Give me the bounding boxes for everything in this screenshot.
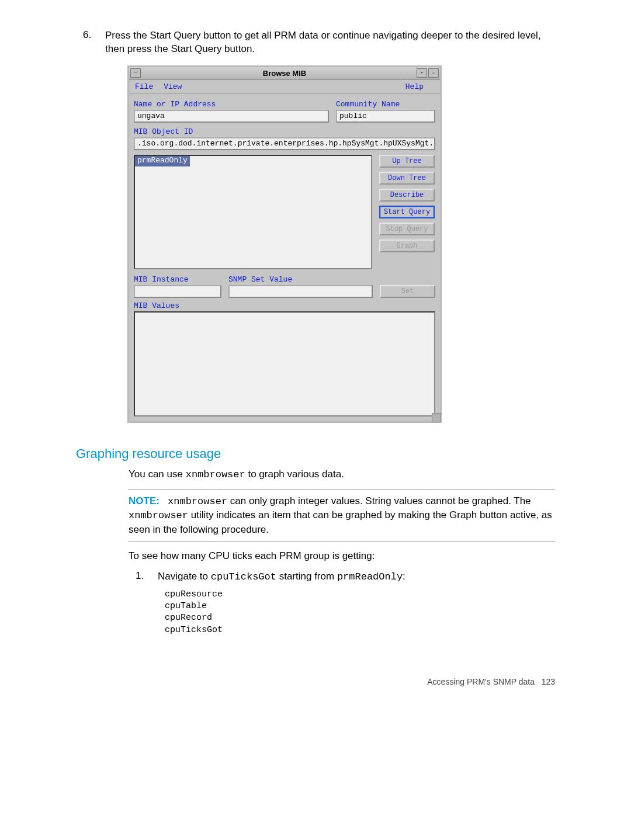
para-2: To see how many CPU ticks each PRM group… (76, 549, 555, 563)
step-6: 6. Press the Start Query button to get a… (76, 29, 555, 56)
mib-object-input[interactable]: .iso.org.dod.internet.private.enterprise… (134, 137, 435, 150)
community-value: public (339, 112, 367, 120)
up-tree-label: Up Tree (392, 157, 421, 165)
step1-b: starting from (276, 571, 337, 582)
window-body: Name or IP Address ungava Community Name… (129, 94, 440, 421)
step1-sub: cpuResource cpuTable cpuRecord cpuTicksG… (158, 589, 555, 636)
label-community: Community Name (336, 100, 435, 109)
footer-text: Accessing PRM's SNMP data (427, 677, 535, 686)
stop-query-button: Stop Query (379, 223, 435, 235)
name-ip-input[interactable]: ungava (134, 110, 329, 123)
stop-query-label: Stop Query (386, 225, 428, 233)
note-body-a: can only graph integer values. String va… (227, 495, 531, 506)
menu-help[interactable]: Help (405, 82, 424, 91)
step-number: 6. (83, 29, 91, 41)
label-mib-instance: MIB Instance (134, 275, 221, 284)
page-footer: Accessing PRM's SNMP data 123 (76, 677, 555, 686)
window-menu-glyph: — (134, 70, 137, 76)
menu-view[interactable]: View (164, 82, 182, 91)
label-name-ip: Name or IP Address (134, 100, 329, 109)
graph-button: Graph (379, 239, 435, 252)
mib-instance-input[interactable] (134, 285, 221, 298)
step1-code1: cpuTicksGot (211, 571, 276, 582)
describe-button[interactable]: Describe (379, 189, 435, 202)
maximize-glyph: ▵ (432, 70, 435, 76)
browse-mib-window: — Browse MIB ▾ ▵ File View Help Name or … (127, 65, 442, 423)
footer-page: 123 (542, 677, 555, 686)
step1-text: Navigate to cpuTicksGot starting from pr… (158, 570, 555, 584)
note-label: NOTE: (129, 495, 160, 506)
describe-label: Describe (390, 191, 424, 199)
note-code2: xnmbrowser (129, 510, 188, 521)
start-query-button[interactable]: Start Query (379, 206, 435, 218)
section-heading: Graphing resource usage (76, 446, 555, 461)
para-1: You can use xnmbrowser to graph various … (76, 467, 555, 482)
mib-object-value: .iso.org.dod.internet.private.enterprise… (137, 139, 435, 148)
down-tree-button[interactable]: Down Tree (379, 172, 435, 185)
para1-code: xnmbrowser (186, 469, 245, 480)
note-body-b: utility indicates an item that can be gr… (129, 509, 552, 535)
step1-number: 1. (136, 570, 144, 582)
note-box: NOTE: xnmbrowser can only graph integer … (129, 489, 555, 542)
label-mib-values: MIB Values (134, 301, 435, 310)
para1-b: to graph various data. (245, 468, 344, 480)
start-query-label: Start Query (384, 208, 430, 216)
note-code1: xnmbrowser (168, 496, 227, 507)
snmp-set-input[interactable] (228, 285, 373, 298)
graph-label: Graph (396, 242, 417, 250)
para1-a: You can use (129, 468, 186, 480)
down-tree-label: Down Tree (388, 174, 426, 182)
window-menu-icon[interactable]: — (130, 68, 141, 78)
minimize-glyph: ▾ (420, 70, 423, 76)
maximize-icon[interactable]: ▵ (428, 68, 439, 78)
window-title: Browse MIB (263, 69, 306, 78)
list-item-prmreadonly[interactable]: prmReadOnly (135, 156, 190, 166)
step-text: Press the Start Query button to get all … (105, 29, 555, 56)
titlebar: — Browse MIB ▾ ▵ (129, 67, 440, 80)
step1-code2: prmReadOnly (337, 571, 403, 582)
resize-grip-icon[interactable] (432, 413, 441, 422)
mib-values-textarea[interactable] (134, 311, 435, 416)
label-snmp-set: SNMP Set Value (228, 275, 373, 284)
step1-c: : (403, 571, 405, 582)
object-list[interactable]: prmReadOnly (134, 155, 372, 269)
set-button: Set (380, 285, 435, 298)
community-input[interactable]: public (336, 110, 435, 123)
menubar: File View Help (129, 80, 440, 94)
label-mib-object: MIB Object ID (134, 127, 435, 136)
menu-file[interactable]: File (135, 82, 153, 91)
up-tree-button[interactable]: Up Tree (379, 155, 435, 168)
minimize-icon[interactable]: ▾ (417, 68, 427, 78)
step1-a: Navigate to (158, 571, 211, 582)
name-ip-value: ungava (137, 112, 165, 120)
set-label: Set (401, 287, 414, 296)
